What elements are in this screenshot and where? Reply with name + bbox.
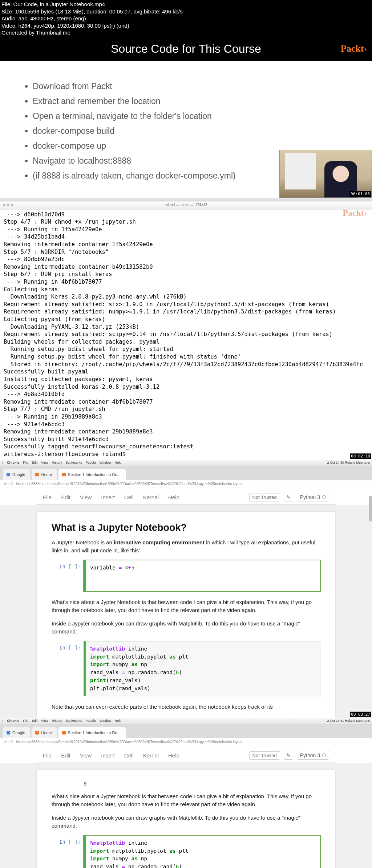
browser-tabs: Google Home Section 1 Introduction to Do… (0, 466, 372, 480)
meta-line: File: Our Code, in a Jupyter Notebook.mp… (1, 1, 372, 8)
reload-icon[interactable]: ⟳ (4, 740, 7, 744)
mac-status: 2 Oct 14:30 Roland Meertens (327, 461, 370, 464)
nb-menu-item[interactable]: Edit (61, 752, 70, 759)
menu-item[interactable]: People (86, 461, 96, 464)
menu-item[interactable]: Help (115, 461, 122, 464)
terminal-output: ---> d60bb10d70d9 Step 4/7 : RUN chmod +… (0, 210, 372, 460)
markdown-text: Inside a Jypyter notebook you can draw g… (52, 814, 320, 830)
browser-tab[interactable]: Home (32, 727, 57, 738)
jupyter-screenshot-1:  Chrome File Edit View History Bookmark… (0, 460, 372, 718)
menu-item[interactable]: Bookmarks (66, 461, 82, 464)
address-bar[interactable]: ⟳ ⓘ localhost:8888/notebooks/Section%201… (0, 738, 372, 746)
menu-item[interactable]: Chrome (7, 461, 19, 464)
bullet-item: Open a terminal, navigate to the folder'… (33, 109, 350, 124)
nb-menu-item[interactable]: Edit (61, 494, 70, 500)
apple-icon:  (2, 461, 3, 464)
presenter-webcam: 00:01:08 (279, 150, 372, 198)
markdown-text: A Jupyter Notebook is an interactive com… (52, 539, 320, 555)
nb-menu-item[interactable]: View (80, 494, 92, 500)
menu-item[interactable]: Window (100, 719, 111, 723)
packt-logo: Packt› (341, 43, 367, 54)
cell-prompt: In [ ]: (52, 641, 84, 697)
markdown-text: Note that you can even execute parts of … (52, 703, 320, 711)
window-title: roland — -bash — 174×43 (165, 203, 207, 207)
mac-menubar:  Chrome File Edit View History Bookmark… (0, 460, 372, 466)
nb-menu-item[interactable]: File (43, 752, 52, 759)
menu-item[interactable]: File (23, 719, 28, 723)
nb-menu-item[interactable]: Insert (101, 752, 115, 759)
menu-item[interactable]: Edit (32, 461, 38, 464)
nb-menu-item[interactable]: Help (168, 494, 179, 500)
cell-prompt: In [ ]: (52, 835, 84, 868)
kernel-indicator[interactable]: Python 3 (297, 493, 329, 501)
apple-icon:  (2, 719, 3, 723)
code-input[interactable]: variable = 4+5 (84, 560, 320, 592)
cell-output: 9 (84, 780, 320, 787)
kernel-indicator[interactable]: Python 3 (297, 751, 329, 760)
url-text: localhost:8888/notebooks/Section%201%20I… (16, 740, 242, 744)
menu-item[interactable]: File (23, 461, 28, 464)
notebook-menubar: File Edit View Insert Cell Kernel Help N… (36, 490, 336, 505)
browser-tab[interactable]: Google (3, 727, 30, 738)
timestamp-overlay: 00:01:08 (349, 191, 371, 197)
nb-menu-item[interactable]: Kernel (143, 752, 159, 759)
menu-item[interactable]: People (86, 719, 96, 723)
browser-tab[interactable]: Home (32, 469, 57, 480)
markdown-text: Inside a Jypyter notebook you can draw g… (52, 620, 320, 636)
info-icon[interactable]: ⓘ (9, 481, 13, 486)
menu-item[interactable]: View (41, 461, 48, 464)
slide-body: Download from Packt Extract and remember… (0, 61, 372, 198)
markdown-heading: What is a Jupyter Notebook? (52, 522, 320, 533)
browser-tabs: Google Home Section 1 Introduction to Do… (0, 724, 372, 738)
menu-item[interactable]: History (52, 719, 62, 723)
scrollbar[interactable] (369, 496, 372, 521)
address-bar[interactable]: ⟳ ⓘ localhost:8888/notebooks/Section%201… (0, 480, 372, 488)
menu-item[interactable]: History (52, 461, 62, 464)
jupyter-screenshot-2:  Chrome File Edit View History Bookmark… (0, 718, 372, 868)
nb-menu-item[interactable]: Insert (101, 494, 115, 500)
menu-item[interactable]: View (41, 719, 48, 723)
menu-item[interactable]: Edit (32, 719, 38, 723)
reload-icon[interactable]: ⟳ (4, 482, 7, 486)
edit-icon[interactable]: ✎ (284, 493, 293, 501)
menu-item[interactable]: Chrome (7, 719, 19, 723)
meta-line: Audio: aac, 48000 Hz, stereo (eng) (1, 15, 372, 22)
edit-icon[interactable]: ✎ (284, 751, 293, 760)
nb-menu-item[interactable]: Help (168, 752, 179, 759)
packt-logo: Packt› (343, 208, 367, 218)
nb-menu-item[interactable]: File (43, 494, 52, 500)
menu-item[interactable]: Help (115, 719, 122, 723)
not-trusted-button[interactable]: Not Trusted (249, 493, 280, 501)
bullet-item: Extract and remember the location (33, 94, 350, 109)
notebook-area: What is a Jupyter Notebook? A Jupyter No… (0, 505, 372, 718)
code-cell[interactable]: In [ ]: variable = 4+5 (52, 560, 320, 592)
code-input[interactable]: %matplotlib inline import matplotlib.pyp… (84, 641, 320, 697)
notebook-area: 9 What's nice about a Jypter Notebook is… (0, 763, 372, 868)
not-trusted-button[interactable]: Not Trusted (249, 751, 280, 760)
slide-source-code: Source Code for This Course Packt› Downl… (0, 37, 372, 198)
code-input[interactable]: %matplotlib inline import matplotlib.pyp… (84, 835, 320, 868)
browser-tab-active[interactable]: Section 1 Introduction to Do... (58, 727, 126, 738)
slide-title: Source Code for This Course (111, 42, 261, 55)
markdown-text: What's nice about a Jypter Notebook is t… (52, 792, 320, 809)
code-cell[interactable]: In [ ]: %matplotlib inline import matplo… (52, 835, 320, 868)
slide-terminal: roland — -bash — 174×43 ---> d60bb10d70d… (0, 198, 372, 460)
browser-tab[interactable]: Google (3, 469, 30, 480)
menu-item[interactable]: Window (100, 461, 111, 464)
nb-menu-item[interactable]: Kernel (143, 494, 159, 500)
poster-icon (285, 153, 316, 189)
notebook-menubar: File Edit View Insert Cell Kernel Help N… (36, 748, 336, 763)
bullet-item: Download from Packt (33, 79, 350, 94)
nb-menu-item[interactable]: Cell (124, 494, 134, 500)
mac-menubar:  Chrome File Edit View History Bookmark… (0, 718, 372, 724)
meta-line: Video: h264, yuv420p, 1920x1080, 30.00 f… (1, 22, 372, 29)
mac-status: 2 Oct 14:31 Roland Meertens (327, 719, 370, 723)
nb-menu-item[interactable]: View (80, 752, 92, 759)
code-cell[interactable]: In [ ]: %matplotlib inline import matplo… (52, 641, 320, 697)
browser-tab-active[interactable]: Section 1 Introduction to Do... (58, 469, 126, 480)
meta-line: Size: 19015593 bytes (18.13 MiB), durati… (1, 8, 372, 15)
menu-item[interactable]: Bookmarks (66, 719, 82, 723)
nb-menu-item[interactable]: Cell (124, 752, 134, 759)
slide-header: Source Code for This Course Packt› (0, 37, 372, 61)
info-icon[interactable]: ⓘ (9, 739, 13, 744)
